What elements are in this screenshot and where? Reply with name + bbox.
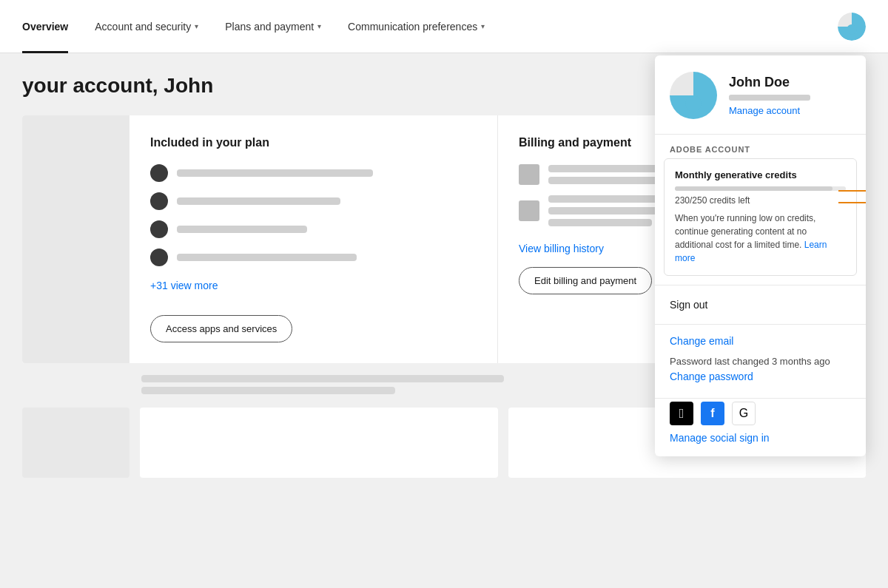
account-dropdown-popup: John Doe Manage account Adobe Account Mo… [655, 55, 866, 456]
popup-divider-4 [655, 398, 866, 399]
plan-line-1 [177, 169, 373, 177]
popup-header: John Doe Manage account [655, 55, 866, 131]
nav-communication[interactable]: Communication preferences ▾ [334, 0, 498, 53]
spacer [22, 375, 130, 400]
manage-account-link[interactable]: Manage account [729, 105, 810, 116]
plan-item-1 [150, 164, 477, 182]
plan-icon-2 [150, 192, 168, 210]
billing-icon-2 [519, 200, 539, 221]
popup-divider-2 [655, 285, 866, 285]
popup-avatar [670, 72, 717, 119]
nav-communication-label: Communication preferences [348, 21, 477, 33]
extra-skeleton-1 [141, 375, 504, 382]
view-billing-link[interactable]: View billing history [519, 243, 604, 254]
plan-line-4 [177, 254, 357, 261]
plan-line-2 [177, 197, 340, 205]
credits-title: Monthly generative credits [675, 169, 846, 180]
nav-overview[interactable]: Overview [22, 0, 81, 53]
sign-out-button[interactable]: Sign out [655, 288, 866, 321]
annotation-a-line [838, 190, 866, 192]
extra-skeleton-2 [141, 387, 395, 394]
credits-bar-container: A [675, 186, 846, 191]
manage-social-link[interactable]: Manage social sign in [670, 432, 770, 444]
billing-icon-1 [519, 164, 539, 185]
popup-username: John Doe [729, 75, 810, 90]
plan-icon-1 [150, 164, 168, 182]
main-container: Overview Account and security ▾ Plans an… [0, 0, 888, 588]
plan-line-3 [177, 226, 307, 233]
popup-user-info: John Doe Manage account [729, 75, 810, 116]
nav-plans-payment[interactable]: Plans and payment ▾ [212, 0, 334, 53]
apple-icon:  [670, 402, 693, 425]
plan-icon-3 [150, 220, 168, 238]
plan-icon-4 [150, 249, 168, 266]
credits-card: Monthly generative credits A 230/250 cre… [664, 158, 857, 276]
annotation-b-line [838, 202, 866, 203]
access-apps-button[interactable]: Access apps and services [150, 315, 292, 342]
credits-count: 230/250 credits left [675, 195, 846, 206]
left-panel-skeleton [22, 115, 130, 363]
popup-divider-3 [655, 324, 866, 325]
nav-overview-label: Overview [22, 21, 68, 33]
popup-divider-1 [655, 134, 866, 135]
popup-adobe-label: Adobe Account [655, 138, 866, 158]
account-security-section: Change email Password last changed 3 mon… [655, 328, 866, 395]
annotation-a: A [838, 185, 866, 196]
social-sign-in-section:  f G Manage social sign in [655, 402, 866, 456]
annotation-b: B [838, 197, 866, 208]
view-more-link[interactable]: +31 view more [150, 280, 218, 291]
billing-line-2c [548, 219, 652, 226]
social-icons-row:  f G [670, 402, 851, 425]
navbar: Overview Account and security ▾ Plans an… [0, 0, 888, 53]
change-email-link[interactable]: Change email [670, 335, 851, 347]
edit-billing-button[interactable]: Edit billing and payment [519, 267, 652, 294]
account-security-chevron-icon: ▾ [195, 22, 198, 30]
credits-description: When you're running low on credits, cont… [675, 212, 846, 265]
credits-desc-text: When you're running low on credits, cont… [675, 213, 815, 250]
facebook-icon: f [701, 402, 724, 425]
change-password-link[interactable]: Change password [670, 371, 753, 382]
nav-account-security-label: Account and security [95, 21, 191, 33]
popup-name-bar-skeleton [729, 95, 810, 101]
plan-item-2 [150, 192, 477, 210]
avatar-circle [838, 13, 866, 41]
communication-chevron-icon: ▾ [481, 22, 485, 30]
credits-bar-fill [675, 186, 832, 191]
plan-section: Included in your plan [130, 115, 498, 363]
nav-plans-payment-label: Plans and payment [225, 21, 314, 33]
password-last-changed: Password last changed 3 months ago [670, 356, 851, 367]
bottom-left-card [22, 408, 130, 478]
bottom-center-card [140, 408, 498, 478]
nav-account-security[interactable]: Account and security ▾ [81, 0, 212, 53]
plan-section-title: Included in your plan [150, 136, 477, 149]
plan-item-4 [150, 249, 477, 266]
plans-payment-chevron-icon: ▾ [317, 22, 321, 30]
plan-item-3 [150, 220, 477, 238]
credits-count-row: 230/250 credits left B [675, 195, 846, 206]
google-icon: G [732, 402, 756, 425]
avatar[interactable] [838, 13, 866, 41]
